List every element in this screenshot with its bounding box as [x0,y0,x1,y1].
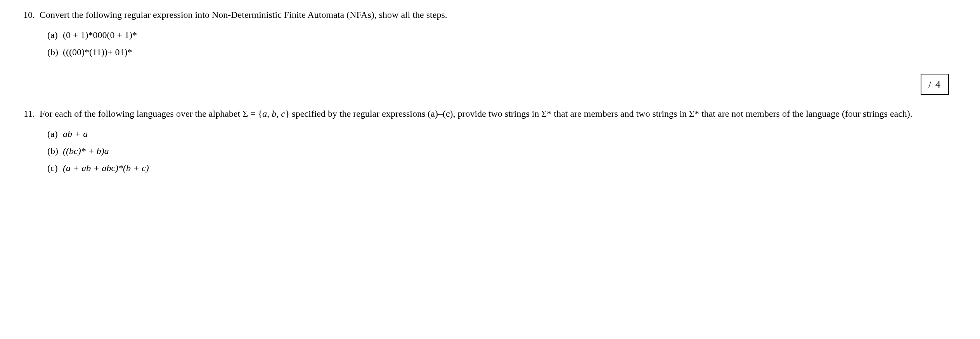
subpart-label: (a) [47,127,63,141]
subpart-label: (c) [47,161,63,175]
question-body: For each of the following languages over… [40,107,964,178]
subpart-expression: (((00)*(11))+ 01)* [63,45,964,59]
subpart-expression: (a + ab + abc)*(b + c) [63,161,964,175]
subpart-expression: ((bc)* + b)a [63,144,964,158]
question-text: For each of the following languages over… [40,107,964,121]
subpart-a: (a) (0 + 1)*000(0 + 1)* [47,28,964,42]
subpart-expression: (0 + 1)*000(0 + 1)* [63,28,964,42]
question-number: 11. [16,107,40,178]
text-segment: For each of the following languages over… [40,109,262,119]
subpart-a: (a) ab + a [47,127,964,141]
subpart-b: (b) ((bc)* + b)a [47,144,964,158]
subparts: (a) (0 + 1)*000(0 + 1)* (b) (((00)*(11))… [47,28,964,59]
subpart-b: (b) (((00)*(11))+ 01)* [47,45,964,59]
question-number: 10. [16,8,40,62]
score-box-container: / 4 [16,74,949,95]
question-text: Convert the following regular expression… [40,8,964,22]
subpart-label: (b) [47,144,63,158]
question-body: Convert the following regular expression… [40,8,964,62]
alphabet-letters: a, b, c [262,109,285,119]
score-box: / 4 [921,74,949,95]
subpart-label: (a) [47,28,63,42]
question-11: 11. For each of the following languages … [16,107,964,178]
subparts: (a) ab + a (b) ((bc)* + b)a (c) (a + ab … [47,127,964,175]
subpart-c: (c) (a + ab + abc)*(b + c) [47,161,964,175]
subpart-label: (b) [47,45,63,59]
subpart-expression: ab + a [63,127,964,141]
question-10: 10. Convert the following regular expres… [16,8,964,62]
text-segment: } specified by the regular expressions (… [285,109,912,119]
